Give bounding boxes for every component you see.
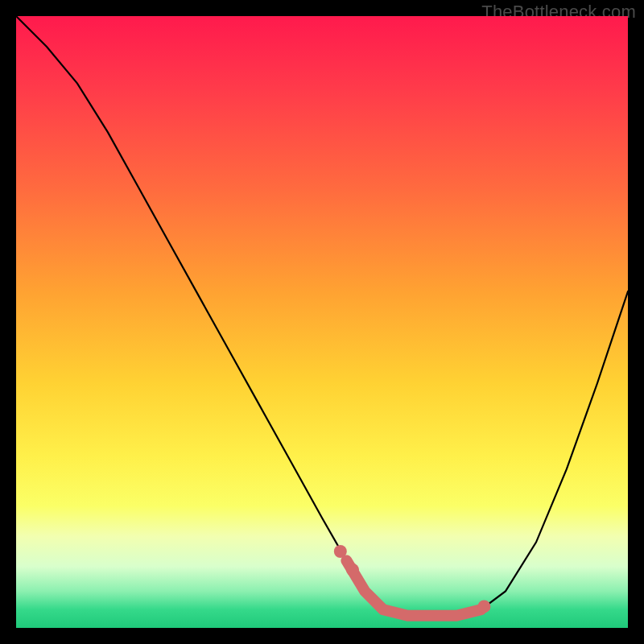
highlight-dots-group [334, 545, 491, 613]
optimal-band-highlight [346, 560, 481, 615]
highlight-dot [334, 545, 347, 558]
curve-svg [16, 16, 628, 628]
highlight-dot [477, 600, 490, 613]
chart-frame: TheBottleneck.com [0, 0, 644, 644]
bottleneck-curve-path [16, 16, 628, 616]
plot-area [16, 16, 628, 628]
highlight-dot [346, 564, 359, 576]
